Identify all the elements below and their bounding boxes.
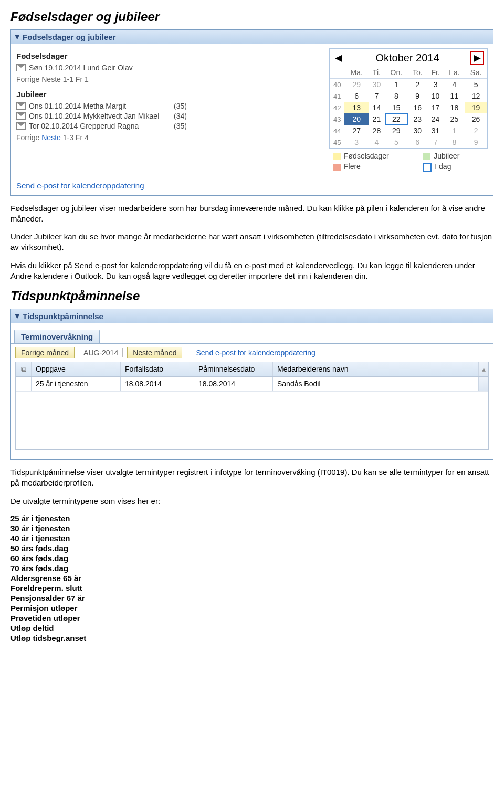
legend-label: Jubileer [434,152,459,160]
legend-swatch-fodselsdager [333,153,341,160]
calendar-day[interactable]: 1 [385,79,408,91]
body-paragraph: Hvis du klikker på Send e-post for kalen… [10,260,494,282]
col-navn[interactable]: Medarbeiderens navn [273,362,479,376]
calendar-day[interactable]: 3 [344,136,369,148]
send-epost-link[interactable]: Send e-post for kalenderoppdatering [16,181,144,190]
scroll-up-icon[interactable]: ▴ [479,362,488,376]
termintype-item: 60 års føds.dag [10,554,494,563]
calendar-day[interactable]: 6 [344,90,369,102]
calendar-day[interactable]: 29 [344,79,369,91]
calendar-day[interactable]: 16 [408,102,427,113]
cell-navn: Sandås Bodil [273,377,479,391]
send-epost-link[interactable]: Send e-post for kalenderoppdatering [196,349,315,357]
calendar-day[interactable]: 27 [344,125,369,136]
termintype-item: 50 års føds.dag [10,544,494,553]
body-paragraph: Under Jubileer kan du se hvor mange år m… [10,231,494,253]
termintype-item: 40 år i tjenesten [10,534,494,543]
select-all-icon[interactable]: ⧉ [16,362,32,376]
calendar-day[interactable]: 8 [444,136,465,148]
calendar-day[interactable]: 9 [408,90,427,102]
calendar-dow: Ti. [369,67,385,79]
calendar-day[interactable]: 10 [427,90,444,102]
termintype-item: Aldersgrense 65 år [10,574,494,583]
calendar-day[interactable]: 19 [465,102,487,113]
col-oppgave[interactable]: Oppgave [32,362,121,376]
tab-bar: Terminovervåkning [11,326,493,344]
calendar-day[interactable]: 23 [408,113,427,125]
panel-header[interactable]: ▾ Fødselsdager og jubileer [11,30,493,44]
termintype-item: Permisjon utløper [10,604,494,613]
calendar-day[interactable]: 11 [444,90,465,102]
tab-terminovervakning[interactable]: Terminovervåkning [14,330,100,343]
calendar-day[interactable]: 15 [385,102,408,113]
calendar-day[interactable]: 4 [444,79,465,91]
calendar-day[interactable]: 29 [385,125,408,136]
fodselsdager-panel: ▾ Fødselsdager og jubileer Fødselsdager … [10,29,494,196]
grid-header-row: ⧉ Oppgave Forfallsdato Påminnelsesdato M… [16,362,488,377]
legend-swatch-flere [333,164,341,171]
termintype-item: Foreldreperm. slutt [10,584,494,593]
calendar-day[interactable]: 20 [344,113,369,125]
calendar-legend: Fødselsdager Jubileer Flere I dag [329,149,488,175]
cell-oppgave: 25 år i tjenesten [32,377,121,391]
section-heading-tidspunkt: Tidspunktpåminnelse [10,289,494,303]
col-forfall[interactable]: Forfallsdato [121,362,194,376]
calendar-day[interactable]: 31 [427,125,444,136]
calendar-day[interactable]: 7 [369,90,385,102]
calendar-day[interactable]: 7 [427,136,444,148]
calendar-day[interactable]: 8 [385,90,408,102]
calendar-prev-icon[interactable]: ◀ [333,52,344,64]
mail-icon [16,122,26,130]
calendar-dow: On. [385,67,408,79]
calendar-day[interactable]: 1 [444,125,465,136]
calendar-table: Ma.Ti.On.To.Fr.Lø.Sø.4029301234541678910… [330,67,487,148]
chevron-down-icon: ▾ [15,32,19,41]
pager-next-link[interactable]: Neste [41,133,61,142]
panel-title: Fødselsdager og jubileer [23,33,116,41]
calendar-day[interactable]: 3 [427,79,444,91]
calendar-day[interactable]: 14 [369,102,385,113]
panel-title: Tidspunktpåminnelse [23,312,103,321]
calendar-day[interactable]: 22 [385,113,408,125]
send-epost-container: Send e-post for kalenderoppdatering [11,179,493,195]
col-paminn[interactable]: Påminnelsesdato [194,362,273,376]
calendar-day[interactable]: 5 [465,79,487,91]
calendar-week-number: 40 [330,79,344,91]
calendar-day[interactable]: 2 [465,125,487,136]
termintype-item: Prøvetiden utløper [10,614,494,623]
calendar-dow: Ma. [344,67,369,79]
calendar-day[interactable]: 18 [444,102,465,113]
calendar-dow: Lø. [444,67,465,79]
grid-empty-space [16,391,488,449]
mail-icon [16,112,26,120]
calendar-day[interactable]: 24 [427,113,444,125]
calendar-day[interactable]: 4 [369,136,385,148]
calendar-day[interactable]: 25 [444,113,465,125]
calendar-next-icon[interactable]: ▶ [470,51,484,65]
calendar-day[interactable]: 2 [408,79,427,91]
calendar-day[interactable]: 5 [385,136,408,148]
calendar-day[interactable]: 30 [408,125,427,136]
calendar-dow: To. [408,67,427,79]
jubilee-entry: Ons 01.10.2014 Mykkeltvedt Jan Mikael(34… [16,112,319,120]
grid-row[interactable]: 25 år i tjenesten18.08.201418.08.2014San… [16,377,488,391]
calendar-day[interactable]: 12 [465,90,487,102]
next-month-button[interactable]: Neste måned [127,347,182,358]
calendar-day[interactable]: 9 [465,136,487,148]
prev-month-button[interactable]: Forrige måned [15,347,75,358]
section-heading-fodselsdager: Fødselsdager og jubileer [10,9,494,24]
calendar-day[interactable]: 28 [369,125,385,136]
calendar-day[interactable]: 13 [344,102,369,113]
pager-range: 1-1 Fr 1 [63,75,89,83]
mail-icon [16,64,26,71]
panel-header[interactable]: ▾ Tidspunktpåminnelse [11,309,493,323]
calendar-day[interactable]: 6 [408,136,427,148]
calendar-day[interactable]: 17 [427,102,444,113]
calendar-day[interactable]: 26 [465,113,487,125]
termintype-item: Utløp deltid [10,624,494,632]
calendar-day[interactable]: 21 [369,113,385,125]
calendar-week-number: 41 [330,90,344,102]
jubileer-pager: Forrige Neste 1-3 Fr 4 [16,133,319,142]
chevron-down-icon: ▾ [15,311,19,321]
calendar-day[interactable]: 30 [369,79,385,91]
